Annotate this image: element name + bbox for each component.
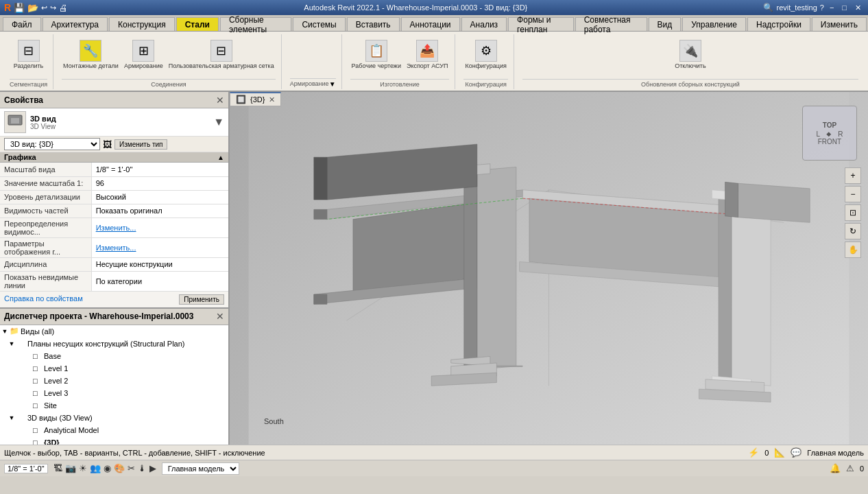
tree-item-base[interactable]: □ Base [0,350,228,362]
properties-header: Свойства ✕ [0,92,228,108]
tab-massing[interactable]: Формы и генплан [508,17,574,31]
prop-apply-btn[interactable]: Применить [179,294,224,305]
tab-modify[interactable]: Изменить [812,17,867,31]
help-icon[interactable]: ? [820,3,824,12]
prop-action-display[interactable]: Изменить... [96,244,136,252]
sync-icon[interactable]: 🔔 [830,463,841,473]
tree-icon-views: 📁 [10,327,21,336]
camera-icon[interactable]: 📷 [65,463,76,473]
config-label: Конфигурация [465,63,506,70]
tree-label-analytical: Analytical Model [44,426,228,434]
tree-item-site[interactable]: □ Site [0,399,228,412]
export-asup-button[interactable]: 📤 Экспорт АСУП [405,38,450,71]
sun-icon[interactable]: ☀ [79,463,87,473]
viewport[interactable]: 🔲 {3D} ✕ [230,92,868,445]
tab-precast[interactable]: Сборные элементы [220,17,292,31]
quick-save-icon[interactable]: 💾 [14,3,25,13]
undo-icon[interactable]: ↩ [41,3,47,12]
reinforce-button[interactable]: ⊞ Армирование [123,38,165,71]
properties-close-btn[interactable]: ✕ [216,95,224,106]
config-group-label: Конфигурация [463,81,507,88]
ribbon-group-reinforce: Армирование ▼ [285,34,342,89]
search-icon[interactable]: 🔍 [763,3,773,12]
workset-dropdown[interactable]: Главная модель [162,462,239,475]
tree-item-level3[interactable]: □ Level 3 [0,387,228,399]
tree-item-structural-plans[interactable]: ▼ Планы несущих конструкций (Structural … [0,338,228,350]
status-icon-3[interactable]: 💬 [791,447,801,458]
prop-value-overrides[interactable]: Изменить... [91,217,228,237]
prop-row-overrides: Переопределения видимос... Изменить... [0,217,228,237]
tree-item-3d-views[interactable]: ▼ 3D виды (3D View) [0,412,228,424]
pan-btn[interactable]: ✋ [845,242,861,258]
print-icon[interactable]: 🖨 [59,3,68,13]
tree-label-3d: {3D} [44,438,228,445]
section-icon[interactable]: ✂ [128,463,135,473]
split-button[interactable]: ⊟ Разделить [12,38,45,71]
tab-collab[interactable]: Совместная работа [575,17,647,31]
tab-addins[interactable]: Надстройки [747,17,810,31]
zoom-fit-btn[interactable]: ⊡ [845,204,861,221]
tab-analyze[interactable]: Анализ [461,17,507,31]
tab-annotate[interactable]: Аннотации [401,17,460,31]
change-type-btn[interactable]: Изменить тип [114,139,167,150]
status-bar: Щелчок - выбор, TAB - варианты, CTRL - д… [0,445,868,460]
reinforce-group-arrow[interactable]: ▼ [329,80,336,88]
prop-section-arrow[interactable]: ▲ [217,154,224,161]
prop-help-link[interactable]: Справка по свойствам [4,294,179,305]
tree-item-level1[interactable]: □ Level 1 [0,362,228,375]
model-icon[interactable]: 🏗 [53,463,62,473]
working-drawings-button[interactable]: 📋 Рабочие чертежи [350,38,402,71]
detail-icon[interactable]: ◉ [104,463,111,473]
zoom-in-btn[interactable]: + [845,167,861,184]
ribbon-group-workshop: 📋 Рабочие чертежи 📤 Экспорт АСУП Изготов… [345,34,456,89]
zoom-out-btn[interactable]: − [845,186,861,202]
viewport-tab: 🔲 {3D} ✕ [230,92,281,106]
config-button[interactable]: ⚙ Конфигурация [463,38,507,71]
redo-icon[interactable]: ↪ [50,3,56,12]
prop-value-scale[interactable] [91,163,228,176]
tree-toggle-structural-plans: ▼ [7,340,16,347]
nav-cube[interactable]: TOP L■R FRONT [802,106,857,161]
browser-close-btn[interactable]: ✕ [216,311,224,322]
tree-item-analytical[interactable]: □ Analytical Model [0,424,228,436]
disable-button[interactable]: 🔌 Отключить [673,38,708,71]
svg-marker-29 [738,183,810,222]
arrow-right-icon[interactable]: ▶ [149,463,156,473]
prop-value-display[interactable]: Изменить... [91,237,228,257]
prop-input-scale[interactable] [96,165,224,174]
tab-steel[interactable]: Стали [176,17,219,31]
status-icon-1[interactable]: ⚡ [748,447,759,458]
prop-view-combo[interactable]: 3D вид: {3D} [4,138,100,150]
tree-label-level2: Level 2 [44,377,228,385]
tab-insert[interactable]: Вставить [347,17,400,31]
tree-icon-level1: □ [33,364,44,373]
tab-struct[interactable]: Конструкция [109,17,175,31]
maximize-btn[interactable]: □ [839,3,849,12]
tree-label-3d-views: 3D виды (3D View) [27,414,228,422]
prop-action-overrides[interactable]: Изменить... [96,224,136,232]
montage-button[interactable]: 🔧 Монтажные детали [62,38,120,71]
tab-systems[interactable]: Системы [293,17,345,31]
people-icon[interactable]: 👥 [90,463,101,473]
viewport-tab-close-btn[interactable]: ✕ [269,95,275,104]
tab-arch[interactable]: Архитектура [43,17,108,31]
tree-item-level2[interactable]: □ Level 2 [0,375,228,387]
render-icon[interactable]: 🎨 [114,463,125,473]
close-btn[interactable]: ✕ [852,3,864,12]
tab-file[interactable]: Файл [3,17,41,31]
tree-item-3d[interactable]: □ {3D} [0,436,228,445]
compass-south-label: South [264,417,284,425]
open-icon[interactable]: 📂 [27,3,38,13]
prop-label-parts: Видимость частей [0,204,91,217]
temp-icon[interactable]: 🌡 [138,463,147,473]
prop-type-dropdown-btn[interactable]: ▼ [213,116,224,128]
tab-manage[interactable]: Управление [682,17,746,31]
status-icon-2[interactable]: 📐 [774,447,785,458]
tab-view[interactable]: Вид [649,17,682,31]
custom-mesh-button[interactable]: ⊟ Пользовательская арматурная сетка [167,38,276,71]
orbit-btn[interactable]: ↻ [845,223,861,239]
prop-label-detail: Уровень детализации [0,190,91,204]
tree-item-views[interactable]: ▼ 📁 Виды (all) [0,325,228,338]
minimize-btn[interactable]: − [827,3,836,12]
warning-icon[interactable]: ⚠ [846,463,854,473]
